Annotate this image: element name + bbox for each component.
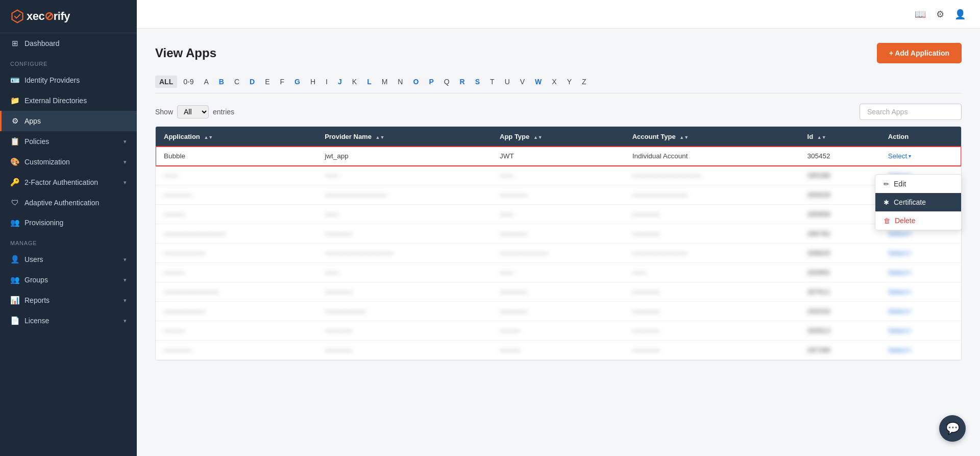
book-icon[interactable]: 📖 [915,9,926,20]
page-title: View Apps [155,46,216,60]
alpha-btn-0-9[interactable]: 0-9 [179,76,198,88]
cell-id: 283913 [799,321,880,341]
cell-app_type: ———— [492,224,624,244]
select-button[interactable]: Select ▾ [888,307,912,315]
sidebar-item-apps[interactable]: ⚙ Apps [0,111,137,131]
alpha-btn-all[interactable]: ALL [155,76,177,88]
cell-application: —————— [156,244,316,263]
table-controls: Show All102550100 entries [155,104,962,120]
alpha-btn-u[interactable]: U [501,76,514,88]
cell-app_type: —— [492,205,624,224]
cell-action: Select ▾ [880,282,961,302]
sidebar-item-customization[interactable]: 🎨 Customization ▾ [0,152,137,172]
select-button[interactable]: Select ▾ [888,327,912,334]
select-button[interactable]: Select ▾ [888,249,912,257]
alpha-btn-m[interactable]: M [378,76,392,88]
col-account-type[interactable]: Account Type ▲▼ [624,127,799,147]
sort-icon-apptype: ▲▼ [533,135,543,140]
sidebar-item-policies[interactable]: 📋 Policies ▾ [0,131,137,152]
customization-chevron: ▾ [124,159,127,165]
alpha-btn-i[interactable]: I [322,76,332,88]
sidebar-item-reports[interactable]: 📊 Reports ▾ [0,290,137,310]
alpha-btn-v[interactable]: V [516,76,529,88]
groups-chevron: ▾ [124,277,127,283]
cell-application: ———— [156,185,316,205]
select-button[interactable]: Select ▾ [888,269,912,276]
cell-provider_name: —————— [316,302,492,321]
table-row: ———————————————287398Select ▾ [156,341,961,360]
alpha-btn-n[interactable]: N [394,76,407,88]
alpha-btn-p[interactable]: P [425,76,437,88]
alpha-btn-x[interactable]: X [548,76,560,88]
alpha-btn-q[interactable]: Q [440,76,454,88]
alpha-btn-y[interactable]: Y [563,76,576,88]
alpha-btn-f[interactable]: F [276,76,289,88]
alpha-btn-h[interactable]: H [306,76,320,88]
settings-icon[interactable]: ⚙ [936,9,944,20]
alpha-btn-l[interactable]: L [363,76,376,88]
table-row: ———————————285858Select ▾ [156,205,961,224]
table-row: ————————————————————267611Select ▾ [156,282,961,302]
sidebar-item-dashboard[interactable]: ⊞ Dashboard [0,33,137,54]
alpha-btn-k[interactable]: K [348,76,361,88]
alpha-btn-b[interactable]: B [215,76,228,88]
alpha-btn-c[interactable]: C [230,76,243,88]
col-app-type[interactable]: App Type ▲▼ [492,127,624,147]
cell-application: ———————— [156,282,316,302]
table-row: Bubblejwt_appJWTIndividual Account305452… [156,147,961,166]
col-id[interactable]: Id ▲▼ [799,127,880,147]
alpha-btn-g[interactable]: G [290,76,304,88]
sidebar-item-groups[interactable]: 👥 Groups ▾ [0,270,137,290]
dashboard-icon: ⊞ [10,39,19,48]
sidebar-item-users[interactable]: 👤 Users ▾ [0,249,137,270]
cell-app_type: ——— [492,341,624,360]
alpha-btn-z[interactable]: Z [578,76,591,88]
chat-fab[interactable]: 💬 [939,415,966,442]
alpha-btn-o[interactable]: O [409,76,423,88]
cell-provider_name: —————————— [316,244,492,263]
external-directories-icon: 📁 [10,96,19,105]
select-button[interactable]: Select ▾ [888,152,912,160]
add-application-button[interactable]: + Add Application [877,43,962,63]
sidebar-item-provisioning[interactable]: 👥 Provisioning [0,212,137,233]
sort-icon-application: ▲▼ [204,135,213,140]
alpha-btn-j[interactable]: J [334,76,346,88]
select-button[interactable]: Select ▾ [888,288,912,296]
cell-account_type: ———— [624,205,799,224]
adaptive-auth-icon: 🛡 [10,198,19,207]
dropdown-item-edit[interactable]: ✏Edit [875,175,961,193]
sidebar-item-2fa[interactable]: 🔑 2-Factor Authentication ▾ [0,172,137,193]
sidebar-item-license[interactable]: 📄 License ▾ [0,310,137,331]
cell-action: Select ▾ [880,147,961,166]
cell-provider_name: ———— [316,321,492,341]
action-dropdown-menu: ✏Edit✱Certificate🗑Delete [875,174,962,230]
alpha-btn-t[interactable]: T [486,76,499,88]
provisioning-icon: 👥 [10,218,19,227]
alpha-btn-d[interactable]: D [246,76,259,88]
alpha-btn-s[interactable]: S [471,76,484,88]
col-provider-name[interactable]: Provider Name ▲▼ [316,127,492,147]
sidebar-item-external-directories[interactable]: 📁 External Directories [0,90,137,111]
col-application[interactable]: Application ▲▼ [156,127,316,147]
cell-provider_name: —— [316,263,492,282]
alpha-btn-e[interactable]: E [261,76,274,88]
select-button[interactable]: Select ▾ [888,230,912,237]
entries-select[interactable]: All102550100 [177,105,209,118]
dropdown-item-delete[interactable]: 🗑Delete [875,211,961,230]
user-icon[interactable]: 👤 [954,9,966,20]
cell-action: Select ▾ [880,263,961,282]
topbar: 📖 ⚙ 👤 [137,0,980,29]
dropdown-item-certificate[interactable]: ✱Certificate [875,193,961,211]
alpha-btn-r[interactable]: R [456,76,469,88]
apps-icon: ⚙ [10,116,19,126]
alpha-btn-w[interactable]: W [531,76,546,88]
svg-marker-0 [12,10,23,23]
alpha-btn-a[interactable]: A [200,76,212,88]
search-input[interactable] [860,104,962,120]
sidebar-item-adaptive-auth[interactable]: 🛡 Adaptive Authentication [0,193,137,212]
delete-icon: 🗑 [884,217,890,225]
select-button[interactable]: Select ▾ [888,346,912,354]
sidebar-item-identity-providers[interactable]: 🪪 Identity Providers [0,70,137,90]
identity-providers-icon: 🪪 [10,76,19,85]
reports-icon: 📊 [10,296,19,305]
